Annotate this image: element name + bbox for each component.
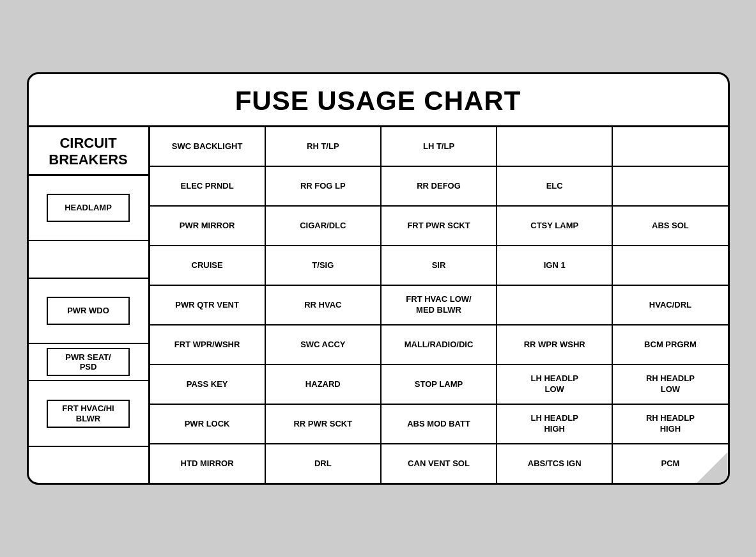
grid-cell-7-2: ABS MOD BATT <box>382 405 497 443</box>
grid-cell-2-2: FRT PWR SCKT <box>382 207 497 245</box>
grid-cell-5-3: RR WPR WSHR <box>497 326 613 364</box>
grid-cell-1-2: RR DEFOG <box>382 167 497 205</box>
grid-cell-8-4: PCM <box>613 444 727 483</box>
cb-item-pwrwdo: PWR WDO <box>29 279 148 345</box>
grid-cell-8-2: CAN VENT SOL <box>382 444 497 483</box>
left-column: CIRCUITBREAKERS HEADLAMP PWR WDO PWR SEA… <box>29 127 150 483</box>
grid-cell-5-1: SWC ACCY <box>266 326 382 364</box>
cb-box-empty <box>47 245 130 273</box>
grid-cell-4-4: HVAC/DRL <box>613 286 727 324</box>
grid-cell-6-1: HAZARD <box>266 365 382 404</box>
grid-cell-0-3 <box>497 127 613 166</box>
grid-row-1: ELEC PRNDLRR FOG LPRR DEFOGELC <box>150 167 728 207</box>
grid-cell-1-4 <box>613 167 727 205</box>
chart-container: FUSE USAGE CHART CIRCUITBREAKERS HEADLAM… <box>27 72 730 485</box>
cb-box-frthvac: FRT HVAC/HIBLWR <box>47 400 130 428</box>
grid-cell-8-0: HTD MIRROR <box>150 444 266 483</box>
grid-cell-1-3: ELC <box>497 167 613 205</box>
cb-header: CIRCUITBREAKERS <box>29 127 148 176</box>
grid-cell-3-1: T/SIG <box>266 246 382 285</box>
grid-row-8: HTD MIRRORDRLCAN VENT SOLABS/TCS IGNPCM <box>150 444 728 483</box>
grid-row-2: PWR MIRRORCIGAR/DLCFRT PWR SCKTCTSY LAMP… <box>150 207 728 246</box>
cb-box-pwrseat: PWR SEAT/PSD <box>47 348 130 376</box>
grid-cell-0-1: RH T/LP <box>266 127 382 166</box>
cb-item-last-empty <box>29 447 148 483</box>
cb-box-headlamp: HEADLAMP <box>47 194 130 222</box>
grid-cell-4-2: FRT HVAC LOW/MED BLWR <box>382 286 497 324</box>
grid-cell-7-0: PWR LOCK <box>150 405 266 443</box>
grid-cell-1-0: ELEC PRNDL <box>150 167 266 205</box>
grid-cell-8-1: DRL <box>266 444 382 483</box>
cb-items: HEADLAMP PWR WDO PWR SEAT/PSD FRT HVAC/H… <box>29 176 148 483</box>
grid-cell-0-4 <box>613 127 727 166</box>
grid-cell-3-4 <box>613 246 727 285</box>
grid-row-5: FRT WPR/WSHRSWC ACCYMALL/RADIO/DICRR WPR… <box>150 326 728 365</box>
grid-cell-5-2: MALL/RADIO/DIC <box>382 326 497 364</box>
grid-cell-2-4: ABS SOL <box>613 207 727 245</box>
cb-box-pwrwdo: PWR WDO <box>47 297 130 325</box>
grid-row-7: PWR LOCKRR PWR SCKTABS MOD BATTLH HEADLP… <box>150 405 728 444</box>
grid-cell-2-1: CIGAR/DLC <box>266 207 382 245</box>
grid-cell-5-0: FRT WPR/WSHR <box>150 326 266 364</box>
grid-cell-6-3: LH HEADLPLOW <box>497 365 613 404</box>
grid-cell-4-1: RR HVAC <box>266 286 382 324</box>
grid-cell-2-3: CTSY LAMP <box>497 207 613 245</box>
chart-body: CIRCUITBREAKERS HEADLAMP PWR WDO PWR SEA… <box>29 127 728 483</box>
grid-cell-7-4: RH HEADLPHIGH <box>613 405 727 443</box>
grid-cell-6-0: PASS KEY <box>150 365 266 404</box>
grid-cell-4-3 <box>497 286 613 324</box>
grid-row-3: CRUISET/SIGSIRIGN 1 <box>150 246 728 286</box>
grid-row-6: PASS KEYHAZARDSTOP LAMPLH HEADLPLOWRH HE… <box>150 365 728 405</box>
cb-item-frthvac: FRT HVAC/HIBLWR <box>29 381 148 447</box>
grid-row-4: PWR QTR VENTRR HVACFRT HVAC LOW/MED BLWR… <box>150 286 728 326</box>
grid-cell-0-0: SWC BACKLIGHT <box>150 127 266 166</box>
grid-cell-6-2: STOP LAMP <box>382 365 497 404</box>
cb-item-pwrseat: PWR SEAT/PSD <box>29 344 148 381</box>
grid-cell-2-0: PWR MIRROR <box>150 207 266 245</box>
right-grid: SWC BACKLIGHTRH T/LPLH T/LPELEC PRNDLRR … <box>150 127 728 483</box>
grid-cell-5-4: BCM PRGRM <box>613 326 727 364</box>
grid-cell-6-4: RH HEADLPLOW <box>613 365 727 404</box>
grid-cell-7-3: LH HEADLPHIGH <box>497 405 613 443</box>
grid-cell-3-0: CRUISE <box>150 246 266 285</box>
chart-title: FUSE USAGE CHART <box>29 74 728 127</box>
grid-row-0: SWC BACKLIGHTRH T/LPLH T/LP <box>150 127 728 167</box>
grid-cell-8-3: ABS/TCS IGN <box>497 444 613 483</box>
grid-cell-0-2: LH T/LP <box>382 127 497 166</box>
grid-cell-1-1: RR FOG LP <box>266 167 382 205</box>
grid-cell-7-1: RR PWR SCKT <box>266 405 382 443</box>
grid-cell-3-2: SIR <box>382 246 497 285</box>
cb-item-headlamp: HEADLAMP <box>29 176 148 242</box>
grid-cell-4-0: PWR QTR VENT <box>150 286 266 324</box>
grid-cell-3-3: IGN 1 <box>497 246 613 285</box>
cb-item-empty <box>29 241 148 278</box>
